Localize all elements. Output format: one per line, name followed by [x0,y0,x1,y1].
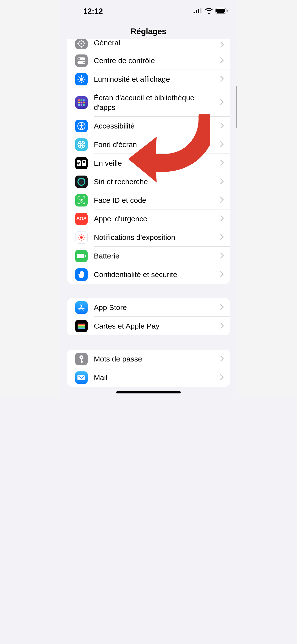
settings-group-1: Général Centre de contrôle Luminosité et… [67,39,230,284]
scroll-indicator[interactable] [236,86,237,128]
row-control-center[interactable]: Centre de contrôle [67,51,230,70]
svg-rect-80 [78,375,86,380]
svg-rect-53 [83,161,86,162]
svg-rect-74 [78,328,85,329]
svg-point-59 [80,236,83,239]
svg-point-64 [79,235,80,236]
row-appstore[interactable]: App Store [67,298,230,317]
svg-point-56 [78,178,85,185]
svg-point-57 [80,199,80,199]
svg-line-28 [79,81,80,82]
chevron-right-icon [220,252,224,260]
row-label: Accessibilité [94,116,218,135]
sun-icon [75,73,88,86]
svg-point-8 [81,43,82,44]
row-label: Fond d'écran [94,135,218,154]
svg-point-60 [81,234,82,235]
battery-icon [215,8,228,14]
svg-rect-0 [194,12,195,13]
sos-icon: SOS [75,213,88,225]
chevron-right-icon [220,234,224,241]
row-home-screen[interactable]: Écran d'accueil et bibliothèque d'apps [67,88,230,116]
row-label: App Store [94,298,218,317]
row-label: Siri et recherche [94,172,218,191]
row-privacy[interactable]: Confidentialité et sécurité [67,265,230,284]
row-wallpaper[interactable]: Fond d'écran [67,135,230,154]
svg-line-15 [79,46,80,46]
faceid-icon [75,194,88,206]
row-label: Écran d'accueil et bibliothèque d'apps [94,88,218,116]
svg-point-20 [83,62,85,64]
row-siri[interactable]: Siri et recherche [67,172,230,191]
row-standby[interactable]: En veille [67,154,230,172]
row-label: Face ID et code [94,191,218,210]
status-time: 12:12 [83,7,103,16]
svg-rect-55 [83,164,85,164]
svg-point-65 [83,235,84,236]
svg-point-67 [83,239,84,240]
row-label: En veille [94,154,218,172]
flower-icon [75,138,88,151]
mail-icon [75,372,88,384]
svg-point-66 [79,239,80,240]
row-exposure[interactable]: Notifications d'exposition [67,228,230,246]
settings-content: Général Centre de contrôle Luminosité et… [59,39,238,397]
chevron-right-icon [220,197,224,204]
svg-rect-79 [81,362,83,363]
chevron-right-icon [220,76,224,83]
row-label: Centre de contrôle [94,51,218,70]
row-sos[interactable]: SOS Appel d'urgence [67,210,230,228]
svg-rect-1 [196,10,197,13]
appstore-icon [75,301,88,314]
svg-line-14 [84,46,84,46]
svg-line-27 [84,81,84,82]
row-label: Batterie [94,246,218,265]
svg-rect-30 [78,99,80,101]
row-accessibility[interactable]: Accessibilité [67,116,230,135]
row-passwords[interactable]: Mots de passe [67,350,230,368]
svg-rect-69 [85,255,86,257]
chevron-right-icon [220,304,224,311]
svg-rect-2 [198,9,199,13]
svg-point-62 [78,237,79,238]
chevron-right-icon [220,141,224,148]
cellular-icon [194,8,202,14]
chevron-right-icon [220,374,224,381]
wallet-icon [75,320,88,332]
chevron-right-icon [220,271,224,278]
page-title: Réglages [131,27,166,36]
wifi-icon [205,8,213,14]
home-indicator[interactable] [116,391,181,394]
svg-point-21 [80,78,83,81]
svg-point-61 [81,240,82,241]
svg-point-63 [84,237,85,238]
sos-text: SOS [76,216,86,222]
chevron-right-icon [220,42,224,48]
row-faceid[interactable]: Face ID et code [67,191,230,210]
svg-rect-52 [82,160,86,166]
row-display[interactable]: Luminosité et affichage [67,70,230,88]
siri-icon [75,176,88,188]
chevron-right-icon [220,356,224,362]
row-label: Cartes et Apple Pay [94,317,218,335]
row-mail[interactable]: Mail [67,368,230,387]
row-label: Notifications d'exposition [94,228,218,246]
battery-full-icon [75,250,88,262]
svg-line-29 [84,76,84,77]
row-label: Mots de passe [94,350,218,368]
row-wallet[interactable]: Cartes et Apple Pay [67,317,230,335]
svg-point-58 [83,199,83,199]
status-icons [194,8,228,14]
nav-header: Réglages [59,22,238,41]
chevron-right-icon [220,322,224,330]
row-label: Appel d'urgence [94,210,218,228]
svg-rect-78 [81,361,83,362]
settings-group-2: App Store Cartes et Apple Pay [67,298,230,335]
row-general[interactable]: Général [67,39,230,51]
exposure-icon [75,231,88,244]
svg-rect-36 [78,104,80,106]
key-icon [75,353,88,365]
gear-icon [75,39,88,49]
row-battery[interactable]: Batterie [67,246,230,265]
chevron-right-icon [220,216,224,222]
